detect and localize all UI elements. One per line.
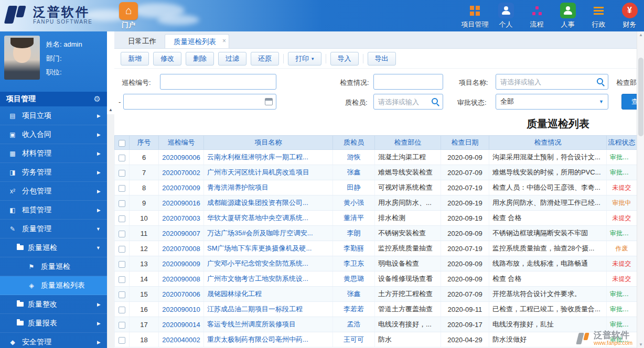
project-name-link[interactable]: 广州市天河区统计局机房改造项目 — [204, 165, 333, 180]
table-row[interactable]: 172020090014客运专线兰州调度所装修项目孟浩电线没有接好，...202… — [115, 317, 637, 332]
table-row[interactable]: 162020090010江苏成品油二期项目一标段工程李若若管道土方覆盖抽查202… — [115, 302, 637, 317]
inspection-code-link[interactable]: 2020090009 — [159, 256, 204, 271]
nav-administration[interactable]: 行政 — [583, 3, 614, 29]
row-checkbox[interactable] — [119, 322, 125, 329]
table-row[interactable]: 122020070008SM广场地下车库更换摄像机及硬...李勤丽监控系统质量抽… — [115, 241, 637, 256]
menu-quality-inspection-list[interactable]: ◈质量巡检列表 — [0, 276, 107, 295]
inspector-link[interactable]: 李朗 — [333, 226, 375, 241]
query-button[interactable]: 查询 — [621, 94, 637, 110]
workflow-status[interactable]: 未提交 — [607, 180, 637, 195]
table-row[interactable]: 132020090009广安邓小平纪念馆安全防范系统...李卫东弱电设备检查20… — [115, 256, 637, 271]
project-name-link[interactable]: 云南水利枢纽潜明水库一期工程... — [204, 150, 333, 165]
table-row[interactable]: 152020070006晟铭园林绿化工程张鑫土方开挖工程检查2020-07-09… — [115, 287, 637, 302]
inspection-no-input[interactable] — [160, 74, 276, 90]
tab-quality-inspection-list[interactable]: 质量巡检列表 × — [165, 34, 229, 48]
table-row[interactable]: 62020090006云南水利枢纽潜明水库一期工程...游恢混凝土沟渠工程202… — [115, 150, 637, 165]
table-row[interactable]: 182020040002重庆太极制药有限公司亳州中药...王可可防水2020-0… — [115, 332, 637, 347]
project-name-link[interactable]: 华软大厦研究基地中央空调系统... — [204, 211, 333, 226]
inspection-code-link[interactable]: 2020070002 — [159, 165, 204, 180]
column-header[interactable]: 序号 — [130, 136, 159, 150]
inspection-code-link[interactable]: 2020090007 — [159, 226, 204, 241]
menu-lease-management[interactable]: ◧租赁管理▶ — [0, 201, 107, 220]
project-input[interactable] — [496, 74, 608, 90]
portal-button[interactable]: ⌂ 门户 — [116, 2, 141, 30]
row-checkbox[interactable] — [119, 337, 125, 344]
menu-quality-inspection[interactable]: ⚑质量巡检 — [0, 257, 107, 276]
table-row[interactable]: 142020090008广州市文物考古工地安防系统设...黄思璐设备维修现场查看… — [115, 271, 637, 287]
workflow-status[interactable]: 审批通过 — [607, 287, 637, 302]
table-row[interactable]: 92020090016成都能源建设集团投资有限公司...黄小强用水房间防水、..… — [115, 195, 637, 211]
workflow-status[interactable]: 审批通过 — [607, 332, 637, 347]
row-checkbox[interactable] — [119, 170, 125, 177]
inspector-link[interactable]: 孟浩 — [333, 317, 375, 332]
row-checkbox[interactable] — [119, 185, 125, 192]
project-name-link[interactable]: 重庆太极制药有限公司亳州中药... — [204, 332, 333, 347]
scrollbar-track[interactable] — [107, 114, 114, 348]
table-row[interactable]: 102020070003华软大厦研究基地中央空调系统...董清平排水检测2020… — [115, 211, 637, 226]
calendar-icon[interactable] — [265, 98, 273, 105]
delete-button[interactable]: 删除 — [186, 52, 214, 66]
restore-button[interactable]: 还原 — [251, 52, 279, 66]
menu-project-initiation[interactable]: ▤项目立项▶ — [0, 106, 107, 125]
inspector-link[interactable]: 黄小强 — [333, 195, 375, 211]
inspector-link[interactable]: 李卫东 — [333, 256, 375, 271]
scroll-up-icon[interactable]: ▲ — [107, 107, 114, 112]
row-checkbox[interactable] — [119, 307, 125, 313]
menu-quality-rectification[interactable]: 质量整改▶ — [0, 295, 107, 314]
column-header[interactable]: 巡检编号 — [159, 136, 204, 150]
project-name-link[interactable]: 青海洪湖养护院项目 — [204, 180, 333, 195]
inspection-code-link[interactable]: 2020090006 — [159, 150, 204, 165]
scrollbar-thumb[interactable] — [638, 58, 643, 136]
situation-input[interactable] — [373, 74, 443, 90]
new-button[interactable]: 新增 — [121, 52, 149, 66]
workflow-status[interactable]: 审批通过 — [607, 150, 637, 165]
workflow-status[interactable]: 审批通过 — [607, 317, 637, 332]
main-scrollbar[interactable]: ▲ ▼ — [637, 31, 644, 348]
menu-quality-management[interactable]: ✎质量管理▼ — [0, 220, 107, 238]
row-checkbox[interactable] — [119, 276, 125, 283]
import-button[interactable]: 导入 — [330, 52, 359, 66]
inspector-link[interactable]: 李若若 — [333, 302, 375, 317]
inspector-link[interactable]: 张鑫 — [333, 287, 375, 302]
approval-status-select[interactable]: 全部 ▼ — [496, 94, 608, 110]
column-header[interactable]: 检查部位 — [375, 136, 441, 150]
close-icon[interactable]: × — [222, 34, 226, 48]
inspection-code-link[interactable]: 2020040002 — [159, 332, 204, 347]
menu-labor-management[interactable]: ◨劳务管理▶ — [0, 163, 107, 182]
project-name-link[interactable]: 广州市文物考古工地安防系统设... — [204, 271, 333, 287]
date-input[interactable] — [123, 94, 276, 110]
inspector-link[interactable]: 黄思璐 — [333, 271, 375, 287]
inspection-code-link[interactable]: 2020070009 — [159, 180, 204, 195]
project-name-link[interactable]: 广安邓小平纪念馆安全防范系统... — [204, 256, 333, 271]
workflow-status[interactable]: 作废 — [607, 241, 637, 256]
nav-hr[interactable]: 人事 — [552, 3, 583, 29]
row-checkbox[interactable] — [119, 215, 125, 222]
tab-daily-work[interactable]: 日常工作 — [120, 34, 165, 48]
edit-button[interactable]: 修改 — [153, 52, 181, 66]
inspector-link[interactable]: 李勤丽 — [333, 241, 375, 256]
workflow-status[interactable]: 未提交 — [607, 271, 637, 287]
workflow-status[interactable]: 审批通过 — [607, 302, 637, 317]
search-icon[interactable] — [596, 78, 605, 86]
inspection-code-link[interactable]: 2020090014 — [159, 317, 204, 332]
project-name-link[interactable]: 万达广场35#会所及咖啡厅空调安... — [204, 226, 333, 241]
inspection-code-link[interactable]: 2020090010 — [159, 302, 204, 317]
project-name-link[interactable]: 晟铭园林绿化工程 — [204, 287, 333, 302]
inspection-code-link[interactable]: 2020090016 — [159, 195, 204, 211]
project-name-link[interactable]: SM广场地下车库更换摄像机及硬... — [204, 241, 333, 256]
project-name-link[interactable]: 客运专线兰州调度所装修项目 — [204, 317, 333, 332]
inspection-code-link[interactable]: 2020070008 — [159, 241, 204, 256]
column-header[interactable]: 项目名称 — [204, 136, 333, 150]
workflow-status[interactable]: 审批通过 — [607, 226, 637, 241]
inspector-link[interactable]: 张鑫 — [333, 165, 375, 180]
workflow-status[interactable]: 未提交 — [607, 211, 637, 226]
inspector-link[interactable]: 董清平 — [333, 211, 375, 226]
nav-personal[interactable]: 个人 — [490, 3, 521, 29]
column-header[interactable]: 质检员 — [333, 136, 375, 150]
print-button[interactable]: 打印▾ — [288, 52, 321, 66]
row-checkbox[interactable] — [119, 261, 125, 268]
table-row[interactable]: 112020090007万达广场35#会所及咖啡厅空调安...李朗不锈钢安装检查… — [115, 226, 637, 241]
sidebar-scrollbar[interactable]: ▲ — [107, 31, 114, 348]
inspector-link[interactable]: 王可可 — [333, 332, 375, 347]
column-header[interactable]: 检查日期 — [441, 136, 489, 150]
